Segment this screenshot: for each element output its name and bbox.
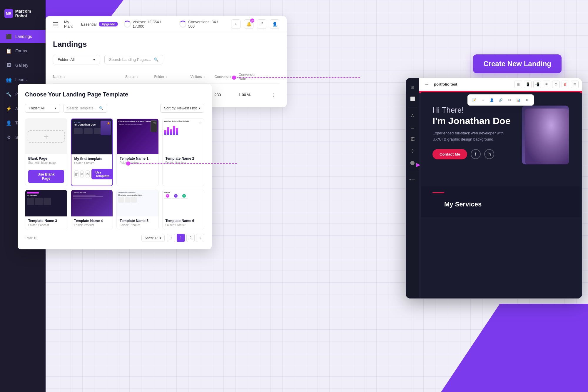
shape-tool[interactable]: ⬤ xyxy=(408,158,417,167)
facebook-icon[interactable]: f xyxy=(471,149,481,159)
modal-folder-chevron: ▾ xyxy=(55,106,56,110)
panel-toolbar: Folder: All ▾ Search Landing Pages... 🔍 xyxy=(53,55,279,64)
ft-btn-3[interactable]: 👤 xyxy=(488,96,496,104)
hamburger-menu[interactable] xyxy=(53,22,58,26)
media-tool[interactable]: ⬡ xyxy=(408,146,417,156)
star-icon[interactable]: ★ xyxy=(107,121,111,126)
desktop-view-button[interactable]: 🖥 xyxy=(514,81,522,88)
modal-sort-select[interactable]: Sort by: Newest First ▾ xyxy=(160,104,204,113)
settings-button[interactable]: ⚙ xyxy=(552,81,560,88)
layers-button[interactable]: ≡ xyxy=(571,81,579,88)
template-folder-6: Folder: Product xyxy=(120,223,156,227)
preview-button[interactable]: 👁 xyxy=(543,81,550,88)
image-tool[interactable]: 🖼 xyxy=(408,134,417,144)
use-template-button[interactable]: Use Template xyxy=(91,169,113,179)
grid-button[interactable]: ⠿ xyxy=(257,19,266,29)
template-card-7[interactable]: Features ★ ★ ★ xyxy=(162,190,205,229)
contact-me-button[interactable]: Contact Me xyxy=(432,149,467,159)
portfolio-name: I'm Jonathan Doe xyxy=(432,116,516,126)
template-card-5[interactable]: Content in this issue Template Name 4 Fo… xyxy=(71,190,113,229)
modal-footer: Total: 16 Show: 12 ▾ ‹ 1 2 › xyxy=(25,234,204,242)
ft-btn-1[interactable]: 📝 xyxy=(470,96,478,104)
ft-btn-4[interactable]: 🔗 xyxy=(497,96,505,104)
editor-topbar-actions: 🖥 📱 📲 👁 ⚙ 🗑 ≡ xyxy=(514,81,579,88)
editor-back-button[interactable]: ← xyxy=(423,80,431,89)
edit-template-button[interactable]: ✏ xyxy=(80,170,84,178)
next-page-button[interactable]: › xyxy=(196,234,204,242)
star-icon-2[interactable]: ☆ xyxy=(153,121,157,125)
portfolio-hero-grid: Hi There! I'm Jonathan Doe Experienced f… xyxy=(432,106,569,164)
use-blank-page-button[interactable]: Use Blank Page xyxy=(28,170,64,183)
folder-chevron-icon: ▾ xyxy=(93,57,95,62)
show-chevron-icon: ▾ xyxy=(160,236,161,240)
template-card-blank[interactable]: ＋ Blank Page Start with blank page. Use … xyxy=(25,119,67,186)
mobile-view-button[interactable]: 📲 xyxy=(533,81,541,88)
row-more-button[interactable]: ⋮ xyxy=(268,92,279,98)
sidebar-item-landings[interactable]: ⬛ Landings xyxy=(0,30,46,43)
prev-page-button[interactable]: ‹ xyxy=(167,234,175,242)
sidebar-label-landings: Landings xyxy=(15,34,32,39)
page-2-button[interactable]: 2 xyxy=(186,234,195,242)
ft-btn-2[interactable]: ↔ xyxy=(479,96,487,104)
mini-preview-white: Make Your Business More Profitable xyxy=(163,119,204,154)
template-name-6: Template Name 5 xyxy=(120,219,156,223)
add-button[interactable]: ＋ xyxy=(231,19,240,29)
folder-select[interactable]: Folder: All ▾ xyxy=(53,55,100,64)
tablet-view-button[interactable]: 📱 xyxy=(524,81,532,88)
modal-toolbar: Folder: All ▾ Search Template... 🔍 Sort … xyxy=(25,104,204,113)
template-thumb-7: Features ★ ★ ★ xyxy=(163,190,204,216)
modal-title: Choose Your Landing Page Template xyxy=(25,91,204,98)
portfolio-preview: Hi There! I'm Jonathan Doe Experienced f… xyxy=(421,92,581,298)
templates-grid: ＋ Blank Page Start with blank page. Use … xyxy=(25,119,204,229)
text-tool[interactable]: A xyxy=(408,111,417,120)
modal-folder-label: Folder: All xyxy=(29,106,44,110)
col-actions xyxy=(268,73,279,81)
portfolio-hero: Hi There! I'm Jonathan Doe Experienced f… xyxy=(421,92,581,186)
show-select[interactable]: Show: 12 ▾ xyxy=(141,235,165,241)
view-template-button[interactable]: 👁 xyxy=(86,170,90,178)
page-1-button[interactable]: 1 xyxy=(177,234,185,242)
arrow-dot-2 xyxy=(126,161,130,166)
delete-template-button[interactable]: 🗑 xyxy=(74,170,78,178)
avatar-button[interactable]: 👤 xyxy=(270,19,279,29)
visitors-info: Visitors: 12,354 / 17,000 xyxy=(124,20,173,29)
ft-btn-7[interactable]: ⚙ xyxy=(523,96,531,104)
ft-btn-5[interactable]: ✉ xyxy=(506,96,513,104)
template-card-6[interactable]: Google Amazon Facebook What you can expe… xyxy=(116,190,159,229)
linkedin-icon[interactable]: in xyxy=(484,149,494,159)
search-box[interactable]: Search Landing Pages... 🔍 xyxy=(104,55,163,64)
star-icon-3[interactable]: ☆ xyxy=(198,121,202,125)
delete-button[interactable]: 🗑 xyxy=(562,81,569,88)
mini-service-2 xyxy=(84,128,93,134)
section-tool[interactable]: ▭ xyxy=(408,123,417,132)
template-thumb-6: Google Amazon Facebook What you can expe… xyxy=(117,190,158,216)
blank-plus-icon: ＋ xyxy=(28,130,65,143)
create-new-landing-button[interactable]: Create New Landing xyxy=(473,54,562,73)
show-label: Show: 12 xyxy=(145,236,158,240)
forms-icon: 📋 xyxy=(6,48,12,54)
editor-main: ← portfolio test 🖥 📱 📲 👁 ⚙ 🗑 ≡ 📝 ↔ 👤 🔗 ✉… xyxy=(419,78,582,298)
settings-icon: ⚙ xyxy=(6,134,12,140)
sidebar-item-gallery[interactable]: 🖼 Gallery xyxy=(0,59,46,72)
notifications-button[interactable]: 🔔 99 xyxy=(244,19,253,29)
team-icon: 👤 xyxy=(6,120,12,126)
frame-tool[interactable]: ⬜ xyxy=(408,94,417,104)
template-card-2[interactable]: Connected Together A Business Network Th… xyxy=(116,119,159,186)
mini-preview-dark: Hi There! I'm Jonathan Doe xyxy=(71,119,113,154)
service-box xyxy=(27,198,34,205)
template-thumb-2: Connected Together A Business Network Th… xyxy=(117,119,158,154)
sidebar-item-forms[interactable]: 📋 Forms xyxy=(0,44,46,57)
editor-panel: ⊞ ⬜ A ▭ 🖼 ⬡ ⬤ HTML ← portfolio test 🖥 📱 … xyxy=(406,78,582,298)
template-card-1[interactable]: Hi There! I'm Jonathan Doe ★ My first te… xyxy=(71,119,113,186)
modal-folder-select[interactable]: Folder: All ▾ xyxy=(25,104,60,113)
portfolio-services-title: My Services xyxy=(432,196,569,211)
template-card-4[interactable]: My Services Template Name 3 Folder: Podc… xyxy=(25,190,67,229)
upgrade-badge[interactable]: Upgrade xyxy=(99,22,118,26)
template-card-3[interactable]: Make Your Business More Profitable ☆ Tem… xyxy=(162,119,205,186)
select-tool[interactable]: ⊞ xyxy=(408,82,417,92)
conversions-info: Conversions: 34 / 500 xyxy=(179,20,225,29)
editor-tools-sidebar: ⊞ ⬜ A ▭ 🖼 ⬡ ⬤ HTML xyxy=(406,78,419,298)
modal-search-input[interactable]: Search Template... 🔍 xyxy=(63,104,107,113)
html-tool[interactable]: HTML xyxy=(408,175,417,184)
ft-btn-6[interactable]: 📊 xyxy=(514,96,522,104)
